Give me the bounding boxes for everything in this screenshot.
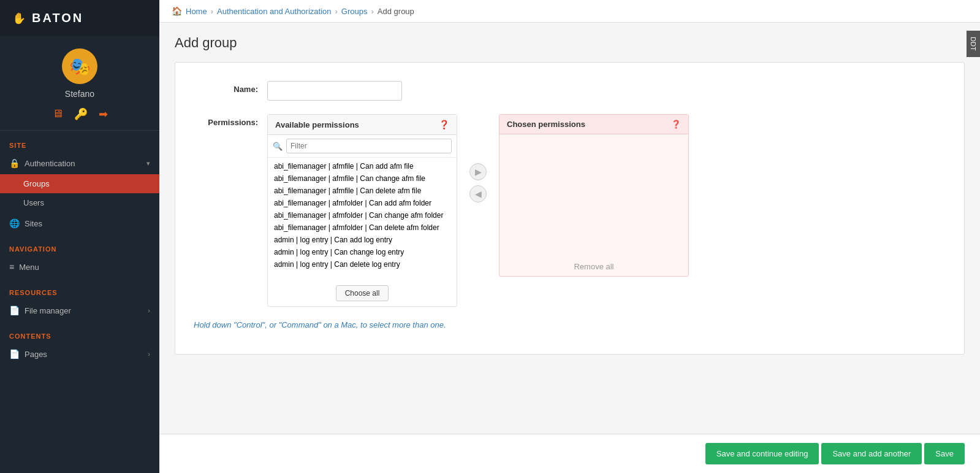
logout-icon[interactable]: ➡ (99, 107, 108, 121)
available-permissions-header: Available permissions ❓ (268, 115, 457, 135)
sidebar-item-authentication-label: Authentication (25, 159, 75, 168)
help-text: Hold down "Control", or "Command" on a M… (194, 320, 946, 329)
menu-icon: ≡ (9, 262, 14, 272)
choose-all-button[interactable]: Choose all (336, 285, 389, 301)
sidebar-item-users[interactable]: Users (0, 193, 159, 212)
sidebar-item-file-manager-left: 📄 File manager (9, 306, 71, 315)
logo-symbol: ✋ (12, 12, 26, 25)
chosen-permissions-header: Chosen permissions ❓ (499, 115, 688, 134)
arrow-left-button[interactable]: ◀ (469, 185, 487, 202)
chevron-down-icon: ▾ (146, 160, 150, 167)
sidebar-section-navigation: NAVIGATION (0, 239, 159, 256)
sidebar-item-sites[interactable]: 🌐 Sites (0, 212, 159, 234)
save-continue-button[interactable]: Save and continue editing (705, 443, 819, 464)
sidebar-section-contents: CONTENTS (0, 326, 159, 343)
breadcrumb-home-link[interactable]: Home (186, 7, 207, 16)
chosen-permissions-box: Chosen permissions ❓ Remove all (499, 114, 689, 277)
filter-row: 🔍 (268, 135, 457, 158)
sidebar-item-pages-left: 📄 Pages (9, 349, 47, 359)
save-button[interactable]: Save (924, 443, 965, 464)
remove-all-button[interactable]: Remove all (574, 262, 613, 271)
permissions-row: Permissions: Available permissions ❓ 🔍 (194, 114, 946, 307)
key-icon[interactable]: 🔑 (74, 107, 88, 121)
search-icon: 🔍 (273, 142, 283, 151)
filter-input[interactable] (286, 139, 452, 153)
permissions-label: Permissions: (194, 114, 267, 127)
sidebar: ✋ BATON 🎭 Stefano 🖥 🔑 ➡ SITE 🔒 Authentic… (0, 0, 159, 473)
chevron-right-icon: › (148, 307, 150, 314)
permission-arrows: ▶ ◀ (469, 114, 487, 202)
available-permissions-title: Available permissions (275, 120, 359, 129)
sidebar-item-groups[interactable]: Groups (0, 174, 159, 193)
save-add-button[interactable]: Save and add another (821, 443, 922, 464)
avatar: 🎭 (62, 48, 97, 84)
sidebar-section-site: SITE (0, 136, 159, 152)
action-bar: Save and continue editing Save and add a… (159, 434, 980, 473)
available-permissions-list[interactable]: abi_filemanager | afmfile | Can add afm … (268, 158, 457, 280)
sidebar-item-menu[interactable]: ≡ Menu (0, 256, 159, 278)
chosen-help-icon[interactable]: ❓ (671, 120, 681, 129)
sidebar-item-sites-label: Sites (25, 219, 42, 228)
sidebar-item-pages-label: Pages (25, 350, 47, 359)
breadcrumb-sep-3: › (371, 7, 373, 16)
content-area: Add group Name: Permissions: Available p… (159, 23, 980, 434)
name-row: Name: (194, 81, 946, 101)
sidebar-item-users-label: Users (23, 198, 44, 207)
breadcrumb-sep-2: › (335, 7, 338, 16)
side-tab[interactable]: DDT (967, 31, 980, 57)
sidebar-item-authentication[interactable]: 🔒 Authentication ▾ (0, 152, 159, 174)
username: Stefano (65, 89, 94, 99)
sidebar-item-menu-label: Menu (19, 263, 39, 272)
monitor-icon[interactable]: 🖥 (52, 107, 63, 121)
sidebar-item-file-manager-label: File manager (25, 306, 71, 315)
chosen-permissions-list[interactable] (499, 134, 688, 257)
page-title: Add group (175, 35, 965, 51)
main-content: 🏠 Home › Authentication and Authorizatio… (159, 0, 980, 473)
file-icon: 📄 (9, 306, 20, 315)
lock-icon: 🔒 (9, 158, 20, 168)
sidebar-logo: ✋ BATON (0, 0, 159, 36)
chevron-right-icon-pages: › (148, 350, 150, 358)
available-help-icon[interactable]: ❓ (439, 120, 449, 129)
sidebar-item-menu-left: ≡ Menu (9, 262, 39, 272)
sidebar-section-resources: RESOURCES (0, 283, 159, 299)
name-label: Name: (194, 81, 267, 94)
user-section: 🎭 Stefano 🖥 🔑 ➡ (0, 36, 159, 131)
sidebar-item-sites-left: 🌐 Sites (9, 218, 42, 228)
sidebar-item-pages[interactable]: 📄 Pages › (0, 343, 159, 365)
home-icon: 🏠 (172, 6, 182, 16)
name-input[interactable] (267, 81, 402, 101)
breadcrumb-groups-link[interactable]: Groups (341, 7, 368, 16)
breadcrumb: 🏠 Home › Authentication and Authorizatio… (159, 0, 980, 23)
sidebar-item-authentication-left: 🔒 Authentication (9, 158, 75, 168)
permissions-container: Available permissions ❓ 🔍 abi_filemanage… (267, 114, 689, 307)
sidebar-item-file-manager[interactable]: 📄 File manager › (0, 299, 159, 321)
breadcrumb-sep-1: › (211, 7, 213, 16)
breadcrumb-auth-link[interactable]: Authentication and Authorization (217, 7, 331, 16)
form-panel: Name: Permissions: Available permissions… (175, 62, 965, 355)
pages-icon: 📄 (9, 349, 20, 359)
logo-text: BATON (32, 11, 83, 25)
sites-icon: 🌐 (9, 218, 20, 228)
chosen-permissions-title: Chosen permissions (507, 120, 585, 129)
arrow-right-button[interactable]: ▶ (469, 163, 487, 180)
user-actions: 🖥 🔑 ➡ (52, 107, 108, 121)
breadcrumb-current: Add group (378, 7, 414, 16)
available-permissions-box: Available permissions ❓ 🔍 abi_filemanage… (267, 114, 457, 307)
sidebar-item-groups-label: Groups (23, 179, 50, 188)
